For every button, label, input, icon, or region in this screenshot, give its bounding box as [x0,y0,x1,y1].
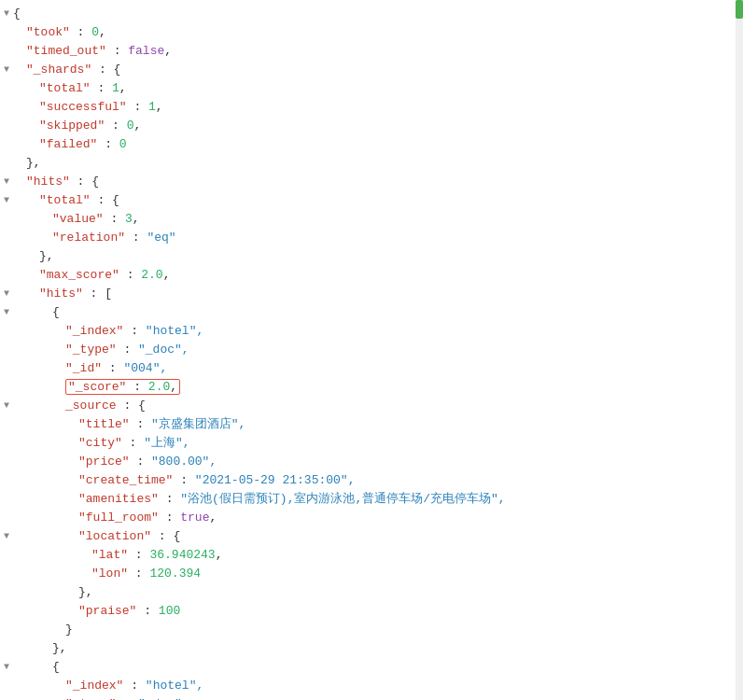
line-content: "_type" : "_doc", [13,343,743,357]
json-line: "create_time" : "2021-05-29 21:35:00", [0,470,743,489]
json-line: "max_score" : 2.0, [0,265,743,284]
line-content: }, [13,585,743,599]
json-line: ▼"total" : { [0,190,743,209]
line-content: }, [13,249,743,263]
collapse-arrow[interactable]: ▼ [0,64,13,75]
collapse-arrow[interactable]: ▼ [0,195,13,205]
line-content: }, [13,156,743,170]
json-line: "price" : "800.00", [0,452,743,470]
json-line: "relation" : "eq" [0,228,743,246]
line-content: _source : { [13,399,743,413]
collapse-arrow[interactable]: ▼ [0,531,13,541]
line-content: "price" : "800.00", [13,455,743,469]
line-content: "max_score" : 2.0, [13,268,743,282]
collapse-arrow[interactable]: ▼ [0,400,13,411]
json-line: }, [0,246,743,265]
line-content: "_type" : "_doc", [13,697,743,701]
score-highlight: "_score" : 2.0, [65,379,180,395]
line-content: "location" : { [13,529,743,543]
editor-container: ▼{"took" : 0,"timed_out" : false,▼"_shar… [0,0,743,700]
line-content: "hits" : [ [13,287,743,301]
json-line: "_type" : "_doc", [0,694,743,700]
json-line: "lat" : 36.940243, [0,545,743,564]
line-content: } [13,623,743,637]
line-content: "skipped" : 0, [13,119,743,133]
json-line: "city" : "上海", [0,433,743,452]
line-content: "lon" : 120.394 [13,567,743,581]
json-line: "_score" : 2.0, [0,377,743,396]
json-line: "lon" : 120.394 [0,564,743,582]
line-content: "praise" : 100 [13,604,743,618]
json-line: "successful" : 1, [0,97,743,116]
line-content: "_score" : 2.0, [13,379,743,395]
json-line: "_index" : "hotel", [0,676,743,694]
line-content: { [13,7,743,21]
json-line: } [0,620,743,638]
line-content: "create_time" : "2021-05-29 21:35:00", [13,473,743,487]
json-line: "skipped" : 0, [0,116,743,134]
json-view: ▼{"took" : 0,"timed_out" : false,▼"_shar… [0,0,743,700]
line-content: "total" : 1, [13,81,743,95]
line-content: "_index" : "hotel", [13,679,743,693]
line-content: "successful" : 1, [13,100,743,114]
line-content: "relation" : "eq" [13,231,743,245]
json-line: "amenities" : "浴池(假日需预订),室内游泳池,普通停车场/充电停… [0,489,743,508]
line-content: { [13,660,743,674]
line-content: "_shards" : { [13,63,743,77]
collapse-arrow[interactable]: ▼ [0,662,13,672]
line-content: "_index" : "hotel", [13,324,743,338]
line-content: }, [13,641,743,655]
json-line: ▼"location" : { [0,526,743,545]
json-line: "failed" : 0 [0,134,743,153]
line-content: "full_room" : true, [13,511,743,525]
json-line: }, [0,582,743,601]
collapse-arrow[interactable]: ▼ [0,307,13,317]
json-line: "_type" : "_doc", [0,340,743,358]
line-content: "city" : "上海", [13,434,743,451]
json-line: "total" : 1, [0,78,743,97]
json-line: "took" : 0, [0,22,743,41]
json-line: "timed_out" : false, [0,41,743,60]
scrollbar-right[interactable] [736,0,743,700]
json-line: ▼"_shards" : { [0,60,743,78]
collapse-arrow[interactable]: ▼ [0,8,13,19]
line-content: "amenities" : "浴池(假日需预订),室内游泳池,普通停车场/充电停… [13,490,743,507]
line-content: "failed" : 0 [13,137,743,151]
collapse-arrow[interactable]: ▼ [0,288,13,299]
json-line: "full_room" : true, [0,508,743,526]
line-content: "value" : 3, [13,212,743,226]
line-content: "_id" : "004", [13,361,743,375]
line-content: "timed_out" : false, [13,44,743,58]
json-line: ▼{ [0,4,743,22]
json-line: "title" : "京盛集团酒店", [0,414,743,433]
json-line: "value" : 3, [0,209,743,228]
json-line: "_index" : "hotel", [0,321,743,340]
line-content: "took" : 0, [13,25,743,39]
line-content: "title" : "京盛集团酒店", [13,415,743,432]
line-content: "hits" : { [13,175,743,189]
line-content: "lat" : 36.940243, [13,548,743,562]
scrollbar-thumb[interactable] [736,0,743,19]
json-line: ▼_source : { [0,396,743,414]
json-line: "_id" : "004", [0,358,743,377]
line-content: "total" : { [13,193,743,207]
json-line: }, [0,153,743,172]
json-line: ▼"hits" : { [0,172,743,190]
json-line: "praise" : 100 [0,601,743,620]
json-line: }, [0,638,743,657]
line-content: { [13,305,743,319]
collapse-arrow[interactable]: ▼ [0,176,13,187]
json-line: ▼{ [0,302,743,321]
json-line: ▼{ [0,657,743,676]
json-line: ▼"hits" : [ [0,284,743,302]
